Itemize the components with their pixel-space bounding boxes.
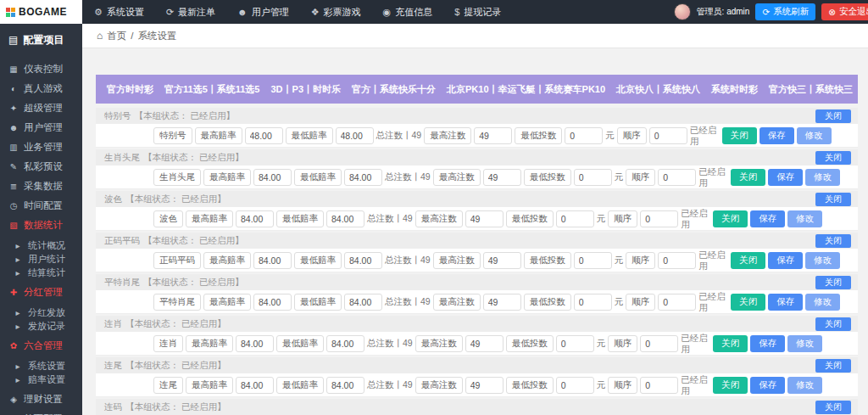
game-tab[interactable]: 官方快三丨系统快三 [769, 83, 853, 96]
max-odds-input[interactable] [236, 335, 274, 352]
edit-button[interactable]: 修改 [787, 377, 822, 394]
order-input[interactable] [658, 252, 696, 269]
sidebar-item[interactable]: ▸ 赔率设置 [0, 373, 82, 386]
sidebar-item[interactable]: ▸ 发放记录 [0, 319, 82, 333]
sidebar-item[interactable]: ✿ 六合管理 [0, 336, 82, 356]
min-stake-input[interactable] [574, 294, 612, 311]
sidebar-item[interactable]: ✎ 私彩预设 [0, 157, 82, 177]
max-odds-input[interactable] [236, 377, 274, 394]
sidebar-item[interactable]: ◈ 理财设置 [0, 390, 82, 409]
group-close-button[interactable]: 关闭 [815, 359, 851, 373]
order-input[interactable] [640, 335, 678, 352]
sidebar-item[interactable]: ✦ 超级管理 [0, 98, 82, 118]
close-button[interactable]: 关闭 [722, 127, 757, 144]
min-stake-input[interactable] [574, 252, 612, 269]
game-tab[interactable]: 北京PK10丨幸运飞艇丨系统赛车PK10 [447, 83, 605, 96]
min-odds-input[interactable] [326, 210, 364, 227]
game-tab[interactable]: 系统时时彩 [711, 83, 758, 96]
sidebar-item[interactable]: ▸ 系统设置 [0, 359, 82, 373]
sidebar-item[interactable]: ≣ 采集数据 [0, 177, 82, 196]
sidebar-item[interactable]: ◐ 真人游戏 [0, 79, 82, 98]
game-tab[interactable]: 官方丨系统快乐十分 [352, 83, 436, 96]
sidebar-item[interactable]: ▸ 结算统计 [0, 266, 82, 279]
min-odds-input[interactable] [326, 377, 364, 394]
game-tab[interactable]: 3D丨P3丨时时乐 [271, 83, 342, 96]
group-close-button[interactable]: 关闭 [815, 276, 851, 289]
group-close-button[interactable]: 关闭 [815, 401, 851, 414]
sidebar-item[interactable]: ◷ 时间配置 [0, 196, 82, 216]
save-button[interactable]: 保存 [768, 169, 803, 186]
game-tab[interactable]: 北京快八丨系统快八 [616, 83, 700, 96]
group-close-button[interactable]: 关闭 [815, 317, 851, 331]
max-bets-input[interactable] [465, 377, 504, 394]
save-button[interactable]: 保存 [768, 294, 803, 311]
min-odds-input[interactable] [344, 294, 382, 311]
edit-button[interactable]: 修改 [787, 210, 822, 227]
max-bets-input[interactable] [474, 127, 512, 144]
brand-logo[interactable]: BOGAME [0, 0, 82, 24]
logout-button[interactable]: ⊗ 安全退出 [821, 3, 868, 20]
close-button[interactable]: 关闭 [731, 169, 765, 186]
edit-button[interactable]: 修改 [805, 252, 840, 269]
min-stake-input[interactable] [565, 127, 603, 144]
close-button[interactable]: 关闭 [713, 335, 748, 352]
min-stake-input[interactable] [556, 377, 594, 394]
navbar-item[interactable]: ◉ 充值信息 [383, 6, 433, 19]
edit-button[interactable]: 修改 [805, 294, 840, 311]
sidebar-item[interactable]: ▧ 数据统计 [0, 216, 82, 235]
edit-button[interactable]: 修改 [805, 169, 840, 186]
save-button[interactable]: 保存 [750, 377, 785, 394]
min-odds-input[interactable] [326, 335, 364, 352]
min-odds-input[interactable] [344, 169, 382, 186]
edit-button[interactable]: 修改 [797, 127, 832, 144]
save-button[interactable]: 保存 [768, 252, 803, 269]
group-close-button[interactable]: 关闭 [815, 234, 851, 248]
sidebar-item[interactable]: ▸ 分红发放 [0, 306, 82, 319]
max-bets-input[interactable] [483, 252, 521, 269]
navbar-item[interactable]: ⚙ 系统设置 [94, 6, 144, 19]
min-stake-input[interactable] [574, 169, 612, 186]
max-bets-input[interactable] [483, 294, 521, 311]
sidebar-item[interactable]: ▦ 仪表控制 [0, 59, 82, 79]
max-bets-input[interactable] [483, 169, 521, 186]
close-button[interactable]: 关闭 [713, 377, 748, 394]
max-odds-input[interactable] [236, 210, 274, 227]
max-odds-input[interactable] [253, 169, 292, 186]
order-input[interactable] [658, 169, 696, 186]
group-close-button[interactable]: 关闭 [815, 109, 851, 123]
edit-button[interactable]: 修改 [787, 335, 822, 352]
navbar-item[interactable]: ☻ 用户管理 [237, 6, 289, 19]
max-odds-input[interactable] [253, 252, 292, 269]
game-tab[interactable]: 官方11选5丨系统11选5 [164, 83, 260, 96]
admin-avatar[interactable] [674, 3, 691, 20]
group-close-button[interactable]: 关闭 [815, 151, 851, 165]
sidebar-item[interactable]: ☻ 用户管理 [0, 118, 82, 137]
sidebar-item[interactable]: ▥ 业务管理 [0, 137, 82, 157]
close-button[interactable]: 关闭 [731, 294, 765, 311]
close-button[interactable]: 关闭 [713, 210, 748, 227]
save-button[interactable]: 保存 [750, 335, 785, 352]
min-stake-input[interactable] [556, 335, 594, 352]
sidebar-item[interactable]: ▸ 统计概况 [0, 238, 82, 252]
sidebar-item[interactable]: ✚ 分红管理 [0, 283, 82, 302]
min-stake-input[interactable] [556, 210, 594, 227]
min-odds-input[interactable] [336, 127, 374, 144]
max-bets-input[interactable] [465, 335, 504, 352]
group-close-button[interactable]: 关闭 [815, 193, 851, 206]
min-odds-input[interactable] [344, 252, 382, 269]
navbar-item[interactable]: $ 提现记录 [454, 6, 501, 19]
breadcrumb-home[interactable]: 首页 [107, 30, 126, 42]
sidebar-item[interactable]: ⌂ 首页配置 [0, 409, 82, 415]
navbar-item[interactable]: ⟳ 最新注单 [166, 6, 215, 19]
save-button[interactable]: 保存 [750, 210, 785, 227]
close-button[interactable]: 关闭 [731, 252, 765, 269]
navbar-item[interactable]: ❖ 彩票游戏 [311, 6, 361, 19]
save-button[interactable]: 保存 [760, 127, 794, 144]
sidebar-item[interactable]: ▸ 用户统计 [0, 252, 82, 266]
system-refresh-button[interactable]: ⟳ 系统刷新 [755, 3, 815, 20]
order-input[interactable] [658, 294, 696, 311]
order-input[interactable] [649, 127, 687, 144]
max-odds-input[interactable] [245, 127, 283, 144]
max-bets-input[interactable] [465, 210, 504, 227]
max-odds-input[interactable] [253, 294, 292, 311]
